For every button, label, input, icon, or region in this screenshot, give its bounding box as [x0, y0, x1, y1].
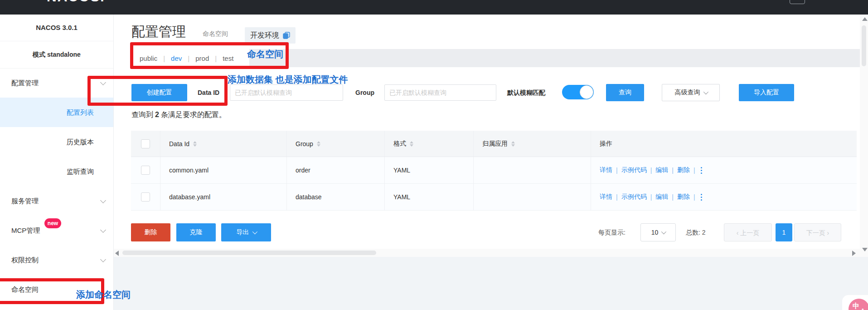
table-header: Data Id Group 格式 归属应用 操作 — [131, 131, 857, 157]
chevron-down-icon — [661, 229, 666, 234]
translate-en-glyph: A — [861, 308, 865, 310]
import-config-button[interactable]: 导入配置 — [739, 84, 794, 101]
sort-icon[interactable] — [193, 141, 197, 147]
tab-dev[interactable]: dev — [171, 54, 182, 62]
top-bar: NACOS. — [0, 0, 868, 15]
group-input[interactable] — [384, 84, 496, 101]
mode-value: standalone — [47, 51, 81, 58]
horizontal-scrollbar-thumb[interactable] — [122, 251, 376, 255]
sort-icon[interactable] — [317, 141, 320, 147]
scroll-up-arrow-icon[interactable] — [862, 17, 868, 21]
annotation-add-namespace: 添加命名空间 — [76, 289, 131, 301]
action-edit[interactable]: 编辑 — [655, 166, 668, 174]
total-count: 总数: 2 — [686, 223, 706, 241]
translate-zh-glyph: 中 — [853, 302, 859, 310]
page-size-label: 每页显示: — [598, 223, 626, 241]
scroll-left-arrow-icon[interactable] — [115, 251, 119, 256]
table-row: common.yaml order YAML 详情 | 示例代码 | 编辑 | … — [131, 157, 857, 184]
namespace-label: 命名空间 — [203, 30, 228, 38]
version-label: NACOS 3.0.1 — [0, 15, 113, 41]
scroll-down-arrow-icon[interactable] — [862, 248, 868, 251]
sidebar-item-service-management[interactable]: 服务管理 — [0, 186, 113, 216]
sidebar-item-config-list[interactable]: 配置列表 — [0, 98, 113, 127]
action-detail[interactable]: 详情 — [600, 193, 612, 201]
mode-key: 模式 — [33, 51, 45, 58]
result-summary: 查询到2条满足要求的配置。 — [131, 110, 226, 120]
prev-page-button[interactable]: ‹ 上一页 — [724, 223, 772, 241]
action-sample-code[interactable]: 示例代码 — [621, 193, 647, 201]
fuzzy-match-label: 默认模糊匹配 — [507, 84, 545, 101]
cell-app — [474, 157, 591, 183]
cell-data-id: common.yaml — [160, 157, 287, 183]
action-edit[interactable]: 编辑 — [655, 193, 668, 201]
sidebar-item-permission-control[interactable]: 权限控制 — [0, 245, 113, 275]
advanced-search-button[interactable]: 高级查询 — [662, 84, 720, 101]
annotation-namespace-tabs: 命名空间 — [247, 48, 283, 60]
sidebar-item-listen-query[interactable]: 监听查询 — [0, 157, 113, 186]
clone-button[interactable]: 克隆 — [176, 223, 216, 241]
export-button[interactable]: 导出 — [221, 223, 271, 241]
action-delete[interactable]: 删除 — [677, 166, 690, 174]
cell-group: order — [287, 157, 385, 183]
cell-app — [474, 184, 591, 210]
chevron-down-icon — [703, 89, 708, 94]
data-id-label: Data ID — [198, 84, 219, 101]
tab-prod[interactable]: prod — [195, 54, 209, 62]
data-id-input[interactable] — [230, 84, 343, 101]
new-badge: new — [44, 218, 61, 228]
action-sample-code[interactable]: 示例代码 — [621, 166, 647, 174]
scroll-right-arrow-icon[interactable] — [852, 251, 856, 256]
copy-icon[interactable] — [283, 32, 290, 39]
action-delete[interactable]: 删除 — [677, 193, 690, 201]
select-all-checkbox[interactable] — [141, 139, 150, 148]
page-title: 配置管理 — [131, 23, 186, 41]
sidebar-item-config-management[interactable]: 配置管理 — [0, 68, 113, 98]
page-number-current[interactable]: 1 — [776, 223, 792, 241]
cell-format: YAML — [385, 157, 474, 183]
search-button[interactable]: 查询 — [606, 84, 644, 101]
chevron-down-icon — [100, 197, 106, 203]
chevron-down-icon — [100, 227, 106, 233]
fuzzy-match-toggle[interactable] — [562, 85, 594, 99]
chevron-down-icon — [100, 79, 106, 85]
annotation-add-dataset: 添加数据集 也是添加配置文件 — [228, 74, 348, 86]
table-row: database.yaml database YAML 详情 | 示例代码 | … — [131, 184, 857, 211]
chevron-down-icon — [100, 256, 106, 262]
namespace-value: 开发环境 — [250, 31, 279, 40]
sidebar: NACOS 3.0.1 模式 standalone 配置管理 配置列表 历史版本… — [0, 15, 114, 310]
mode-label: 模式 standalone — [0, 41, 113, 69]
tab-public[interactable]: public — [140, 54, 157, 62]
next-page-button[interactable]: 下一页 › — [794, 223, 841, 241]
sort-icon[interactable] — [410, 141, 413, 147]
more-actions-icon[interactable] — [701, 194, 702, 195]
page-size-select[interactable]: 10 — [640, 223, 676, 241]
page-background — [113, 257, 868, 310]
namespace-tabs: public | dev | prod | test — [140, 49, 233, 67]
cell-group: database — [287, 184, 385, 210]
action-detail[interactable]: 详情 — [600, 166, 612, 174]
create-config-button[interactable]: 创建配置 — [131, 84, 187, 101]
topbar-cropped-button[interactable] — [790, 0, 805, 4]
sort-icon[interactable] — [511, 141, 515, 147]
row-checkbox[interactable] — [141, 166, 150, 175]
cell-actions: 详情 | 示例代码 | 编辑 | 删除 | — [591, 157, 857, 183]
config-table: Data Id Group 格式 归属应用 操作 common.yaml ord… — [131, 131, 857, 211]
cell-actions: 详情 | 示例代码 | 编辑 | 删除 | — [591, 184, 857, 210]
vertical-scrollbar-thumb[interactable] — [862, 25, 866, 66]
current-namespace[interactable]: 开发环境 — [245, 27, 296, 44]
group-label: Group — [355, 84, 374, 101]
chevron-down-icon — [252, 229, 257, 234]
toggle-knob — [580, 85, 593, 99]
more-actions-icon[interactable] — [701, 167, 702, 168]
tab-test[interactable]: test — [223, 54, 233, 62]
batch-delete-button[interactable]: 删除 — [131, 223, 170, 241]
row-checkbox[interactable] — [141, 192, 150, 202]
result-count: 2 — [153, 111, 161, 118]
nacos-logo: NACOS. — [47, 0, 105, 5]
cell-data-id: database.yaml — [160, 184, 287, 210]
sidebar-item-history[interactable]: 历史版本 — [0, 127, 113, 157]
cell-format: YAML — [385, 184, 474, 210]
